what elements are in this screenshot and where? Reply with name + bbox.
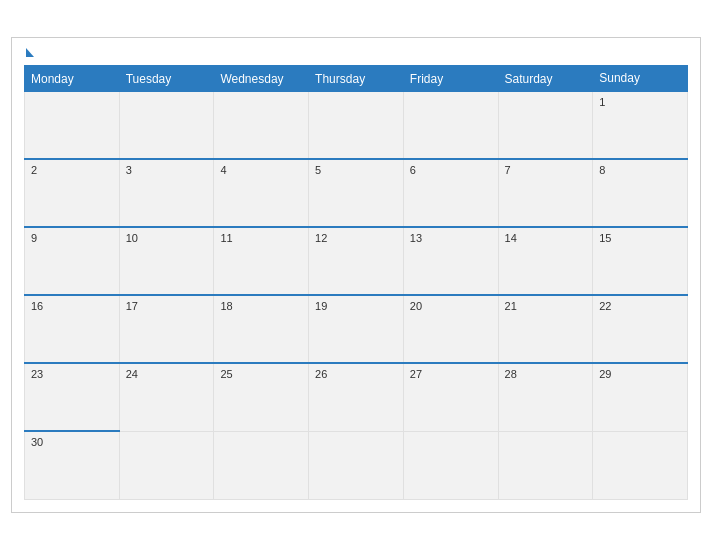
week-row-5: 23242526272829 (25, 363, 688, 431)
day-number: 21 (505, 300, 517, 312)
calendar-cell: 16 (25, 295, 120, 363)
calendar-cell: 10 (119, 227, 214, 295)
day-number: 30 (31, 436, 43, 448)
calendar-cell (309, 431, 404, 499)
day-number: 6 (410, 164, 416, 176)
day-number: 10 (126, 232, 138, 244)
day-number: 19 (315, 300, 327, 312)
calendar-cell (119, 431, 214, 499)
day-number: 8 (599, 164, 605, 176)
day-number: 29 (599, 368, 611, 380)
day-number: 27 (410, 368, 422, 380)
week-row-3: 9101112131415 (25, 227, 688, 295)
calendar-cell: 9 (25, 227, 120, 295)
day-number: 3 (126, 164, 132, 176)
day-number: 23 (31, 368, 43, 380)
day-number: 9 (31, 232, 37, 244)
header-thursday: Thursday (309, 66, 404, 92)
day-number: 20 (410, 300, 422, 312)
calendar-cell: 14 (498, 227, 593, 295)
day-number: 11 (220, 232, 232, 244)
day-number: 17 (126, 300, 138, 312)
calendar-cell: 25 (214, 363, 309, 431)
header-wednesday: Wednesday (214, 66, 309, 92)
day-number: 2 (31, 164, 37, 176)
calendar-cell: 28 (498, 363, 593, 431)
calendar-cell (593, 431, 688, 499)
day-number: 26 (315, 368, 327, 380)
day-number: 5 (315, 164, 321, 176)
calendar-cell (498, 431, 593, 499)
calendar-cell: 3 (119, 159, 214, 227)
day-number: 14 (505, 232, 517, 244)
day-number: 22 (599, 300, 611, 312)
header-monday: Monday (25, 66, 120, 92)
calendar-cell: 20 (403, 295, 498, 363)
calendar-cell (119, 91, 214, 159)
day-number: 16 (31, 300, 43, 312)
calendar-cell: 22 (593, 295, 688, 363)
calendar-cell (309, 91, 404, 159)
week-row-6: 30 (25, 431, 688, 499)
day-number: 7 (505, 164, 511, 176)
calendar-cell: 24 (119, 363, 214, 431)
calendar: Monday Tuesday Wednesday Thursday Friday… (11, 37, 701, 513)
day-number: 18 (220, 300, 232, 312)
day-number: 15 (599, 232, 611, 244)
calendar-cell: 15 (593, 227, 688, 295)
calendar-cell (214, 431, 309, 499)
day-number: 13 (410, 232, 422, 244)
calendar-cell: 23 (25, 363, 120, 431)
day-number: 12 (315, 232, 327, 244)
calendar-cell: 18 (214, 295, 309, 363)
weekday-header-row: Monday Tuesday Wednesday Thursday Friday… (25, 66, 688, 92)
header-tuesday: Tuesday (119, 66, 214, 92)
calendar-cell: 11 (214, 227, 309, 295)
calendar-grid: Monday Tuesday Wednesday Thursday Friday… (24, 65, 688, 500)
week-row-4: 16171819202122 (25, 295, 688, 363)
day-number: 25 (220, 368, 232, 380)
week-row-2: 2345678 (25, 159, 688, 227)
calendar-cell (403, 431, 498, 499)
calendar-cell: 4 (214, 159, 309, 227)
header-friday: Friday (403, 66, 498, 92)
day-number: 24 (126, 368, 138, 380)
calendar-cell: 5 (309, 159, 404, 227)
calendar-cell: 21 (498, 295, 593, 363)
header-saturday: Saturday (498, 66, 593, 92)
day-number: 4 (220, 164, 226, 176)
calendar-cell: 7 (498, 159, 593, 227)
header-sunday: Sunday (593, 66, 688, 92)
calendar-cell: 27 (403, 363, 498, 431)
calendar-cell: 13 (403, 227, 498, 295)
calendar-cell: 12 (309, 227, 404, 295)
logo (24, 48, 34, 57)
calendar-cell (25, 91, 120, 159)
calendar-cell: 29 (593, 363, 688, 431)
calendar-cell: 30 (25, 431, 120, 499)
calendar-cell: 8 (593, 159, 688, 227)
calendar-cell: 19 (309, 295, 404, 363)
calendar-cell: 6 (403, 159, 498, 227)
day-number: 28 (505, 368, 517, 380)
calendar-header (24, 48, 688, 57)
calendar-cell: 26 (309, 363, 404, 431)
calendar-cell: 2 (25, 159, 120, 227)
logo-triangle-icon (26, 48, 34, 57)
calendar-cell (498, 91, 593, 159)
week-row-1: 1 (25, 91, 688, 159)
day-number: 1 (599, 96, 605, 108)
calendar-cell (403, 91, 498, 159)
calendar-cell: 17 (119, 295, 214, 363)
calendar-cell (214, 91, 309, 159)
calendar-cell: 1 (593, 91, 688, 159)
